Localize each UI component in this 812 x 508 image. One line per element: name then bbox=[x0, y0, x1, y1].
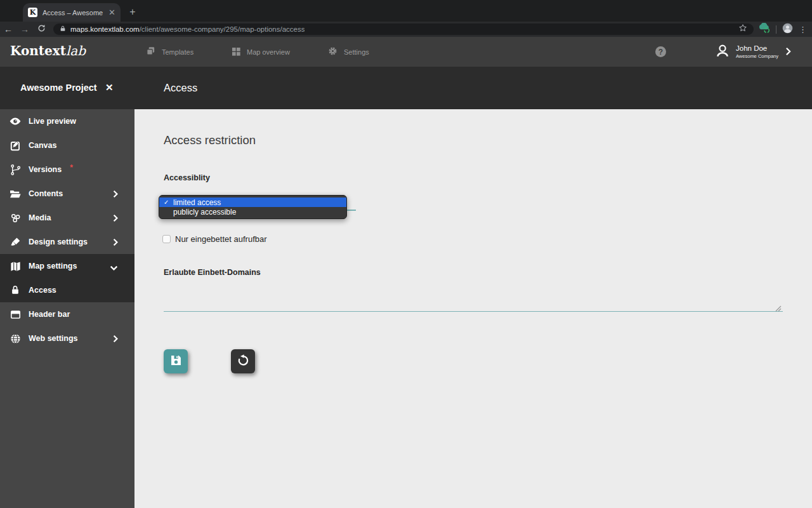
extension-icon[interactable] bbox=[759, 23, 770, 36]
lock-icon bbox=[9, 284, 22, 297]
folder-open-icon bbox=[9, 187, 22, 200]
sidebar-item-header-bar[interactable]: Header bar bbox=[0, 302, 134, 326]
sidebar-item-contents[interactable]: Contents bbox=[0, 182, 134, 206]
save-button[interactable] bbox=[164, 349, 188, 373]
sidebar-item-map-settings[interactable]: Map settings bbox=[0, 254, 134, 278]
help-icon[interactable]: ? bbox=[655, 46, 666, 57]
sidebar-item-live-preview[interactable]: Live preview bbox=[0, 109, 134, 133]
dropdown-option-limited-access[interactable]: ✓ limited access bbox=[159, 197, 346, 207]
url-host: maps.kontextlab.com bbox=[70, 25, 140, 33]
user-company: Awesome Company bbox=[736, 53, 778, 59]
chevron-right-icon bbox=[113, 237, 118, 249]
chevron-right-icon bbox=[113, 213, 118, 225]
reload-icon[interactable] bbox=[33, 24, 49, 34]
browser-tab-strip: K Access – Awesome Project ✕ + bbox=[0, 0, 812, 22]
toolbar-right: ⋮ bbox=[759, 22, 807, 37]
undo-icon bbox=[237, 354, 250, 369]
domains-textarea[interactable] bbox=[164, 281, 783, 312]
nav-label: Map overview bbox=[247, 48, 290, 56]
new-tab-icon[interactable]: + bbox=[126, 5, 140, 19]
address-bar[interactable]: maps.kontextlab.com/client/awesome-compa… bbox=[53, 23, 754, 35]
app-header: Kontextlab Templates Map overview Settin… bbox=[0, 37, 812, 67]
browser-avatar[interactable] bbox=[782, 23, 793, 36]
nav-label: Settings bbox=[344, 48, 369, 56]
lock-icon bbox=[60, 23, 66, 35]
sidebar-item-canvas[interactable]: Canvas bbox=[0, 133, 134, 157]
tab-title: Access – Awesome Project bbox=[43, 9, 103, 17]
undo-button[interactable] bbox=[231, 349, 255, 373]
sidebar-item-versions[interactable]: Versions * bbox=[0, 157, 134, 182]
user-avatar-icon bbox=[714, 43, 731, 62]
domains-label: Erlaubte Einbett-Domains bbox=[164, 268, 261, 277]
browser-tab[interactable]: K Access – Awesome Project ✕ bbox=[23, 3, 121, 22]
map-icon bbox=[9, 260, 22, 272]
tab-close-icon[interactable]: ✕ bbox=[108, 8, 115, 17]
embed-only-row: Nur eingebettet aufrufbar bbox=[162, 234, 267, 244]
accessibility-label: Accessiblity bbox=[164, 173, 210, 182]
browser-menu-icon[interactable]: ⋮ bbox=[799, 25, 807, 34]
logo-bold: Kontext bbox=[10, 43, 66, 58]
app-logo[interactable]: Kontextlab bbox=[10, 43, 86, 58]
nav-map-overview[interactable]: Map overview bbox=[231, 37, 290, 67]
templates-icon bbox=[145, 46, 156, 58]
forward-icon[interactable]: → bbox=[16, 24, 33, 34]
save-floppy-icon bbox=[169, 354, 183, 369]
sidebar-item-web-settings[interactable]: Web settings bbox=[0, 326, 134, 351]
versions-branch-icon bbox=[9, 163, 22, 176]
embed-only-checkbox[interactable] bbox=[162, 235, 171, 243]
browser-toolbar: ← → maps.kontextlab.com/client/awesome-c… bbox=[0, 22, 812, 37]
project-bar: Awesome Project ✕ Access bbox=[0, 67, 812, 109]
nav-label: Templates bbox=[162, 48, 193, 56]
project-close-icon[interactable]: ✕ bbox=[105, 82, 114, 93]
nav-templates[interactable]: Templates bbox=[145, 37, 193, 67]
nav-settings[interactable]: Settings bbox=[327, 37, 369, 67]
page-title: Access bbox=[164, 82, 197, 94]
section-title: Access restriction bbox=[164, 133, 256, 147]
toolbar-separator bbox=[776, 25, 776, 34]
versions-badge: * bbox=[70, 163, 73, 172]
project-name: Awesome Project bbox=[20, 83, 97, 93]
globe-icon bbox=[9, 332, 22, 345]
embed-only-label: Nur eingebettet aufrufbar bbox=[175, 234, 267, 244]
chevron-right-icon[interactable] bbox=[785, 47, 791, 58]
sidebar-item-access[interactable]: Access bbox=[0, 278, 134, 302]
sidebar-item-media[interactable]: Media bbox=[0, 206, 134, 230]
select-underline bbox=[347, 210, 356, 211]
header-bar-icon bbox=[9, 308, 22, 321]
gear-icon bbox=[327, 46, 338, 58]
dropdown-option-publicly-accessible[interactable]: publicly accessible bbox=[159, 207, 346, 217]
chevron-right-icon bbox=[113, 334, 118, 345]
url-text: maps.kontextlab.com/client/awesome-compa… bbox=[70, 25, 304, 33]
media-icon bbox=[9, 211, 22, 224]
paintbrush-icon bbox=[9, 236, 22, 248]
user-menu[interactable]: John Doe Awesome Company bbox=[714, 37, 778, 67]
logo-italic: lab bbox=[66, 43, 86, 58]
chevron-right-icon bbox=[113, 189, 118, 201]
favicon: K bbox=[28, 8, 37, 17]
main-content: Access restriction Accessiblity ✓ limite… bbox=[134, 109, 812, 508]
back-icon[interactable]: ← bbox=[0, 24, 16, 34]
edit-canvas-icon bbox=[9, 139, 22, 152]
map-overview-icon bbox=[231, 46, 241, 58]
sidebar-item-design-settings[interactable]: Design settings bbox=[0, 230, 134, 254]
bookmark-star-icon[interactable] bbox=[738, 23, 747, 35]
accessibility-dropdown[interactable]: ✓ limited access publicly accessible bbox=[159, 195, 347, 219]
url-path: /client/awesome-company/295/map-options/… bbox=[140, 25, 305, 33]
chevron-down-icon bbox=[110, 262, 118, 273]
textarea-resize-handle[interactable] bbox=[774, 303, 782, 314]
eye-icon bbox=[9, 115, 22, 128]
check-icon: ✓ bbox=[164, 199, 171, 206]
sidebar: Live preview Canvas Versions * Contents … bbox=[0, 109, 134, 508]
user-name: John Doe bbox=[736, 44, 778, 52]
